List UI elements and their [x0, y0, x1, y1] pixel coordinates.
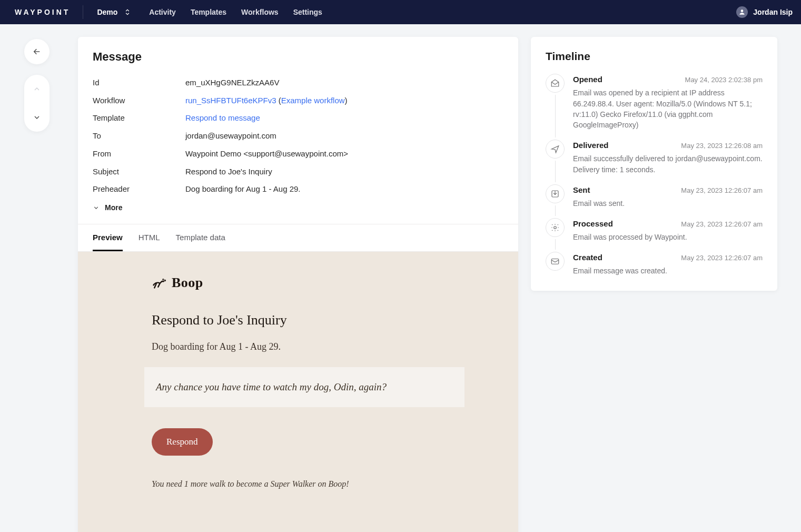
- workspace-name: Demo: [97, 7, 117, 17]
- svg-point-3: [165, 280, 165, 281]
- logo[interactable]: WAYPOINT: [15, 7, 83, 17]
- prev-button[interactable]: [24, 75, 50, 103]
- event-name: Delivered: [573, 140, 609, 151]
- timeline-event-processed: Processed May 23, 2023 12:26:07 am Email…: [546, 218, 763, 252]
- chevron-down-icon: [93, 204, 100, 211]
- meta-label: Workflow: [93, 95, 177, 106]
- meta-label: Id: [93, 77, 177, 88]
- event-desc: Email was sent.: [573, 198, 763, 209]
- email-title: Respond to Joe's Inquiry: [152, 310, 457, 330]
- dog-running-icon: [152, 275, 166, 290]
- meta-id: Id em_uXHgG9NELZkzAA6V: [93, 74, 503, 92]
- meta-workflow: Workflow run_SsHFBTUFt6eKPFv3 (Example w…: [93, 92, 503, 110]
- user-avatar-icon: [736, 6, 748, 18]
- workspace-switcher[interactable]: Demo: [94, 5, 134, 19]
- timeline-title: Timeline: [546, 48, 763, 64]
- email-brand: Boop: [152, 273, 457, 293]
- meta-label: From: [93, 148, 177, 160]
- email-preview: Boop Respond to Joe's Inquiry Dog boardi…: [78, 252, 518, 532]
- meta-label: Subject: [93, 166, 177, 178]
- meta-value: Respond to message: [185, 112, 503, 124]
- tab-preview[interactable]: Preview: [93, 224, 123, 251]
- card-title: Message: [78, 37, 518, 70]
- sent-icon: [546, 184, 565, 203]
- page: Message Id em_uXHgG9NELZkzAA6V Workflow …: [0, 24, 790, 532]
- svg-rect-7: [551, 259, 559, 264]
- tab-html[interactable]: HTML: [139, 224, 160, 251]
- event-date: May 24, 2023 2:02:38 pm: [685, 75, 763, 85]
- meta-value: jordan@usewaypoint.com: [185, 130, 503, 142]
- prev-next-pill: [24, 75, 50, 132]
- nav-workflows[interactable]: Workflows: [241, 7, 279, 17]
- timeline-event-delivered: Delivered May 23, 2023 12:26:08 am Email…: [546, 140, 763, 184]
- message-card: Message Id em_uXHgG9NELZkzAA6V Workflow …: [78, 37, 518, 532]
- next-button[interactable]: [24, 103, 50, 132]
- event-name: Processed: [573, 218, 613, 230]
- event-date: May 23, 2023 12:26:07 am: [681, 186, 763, 196]
- chevrons-up-down-icon: [124, 8, 131, 16]
- event-desc: Email was processed by Waypoint.: [573, 232, 763, 242]
- nav-activity[interactable]: Activity: [149, 7, 176, 17]
- meta-from: From Waypoint Demo <support@usewaypoint.…: [93, 145, 503, 163]
- meta-label: Preheader: [93, 183, 177, 195]
- workflow-link[interactable]: Example workflow: [281, 96, 345, 105]
- event-name: Created: [573, 252, 602, 263]
- meta-value: Dog boarding for Aug 1 - Aug 29.: [185, 183, 503, 195]
- event-name: Opened: [573, 74, 602, 85]
- email-quote: Any chance you have time to watch my dog…: [144, 367, 464, 407]
- event-desc: Email was opened by a recipient at IP ad…: [573, 87, 763, 130]
- email-subtitle: Dog boarding for Aug 1 - Aug 29.: [152, 340, 457, 353]
- nav-templates[interactable]: Templates: [191, 7, 226, 17]
- user-menu[interactable]: Jordan Isip: [736, 6, 793, 18]
- workflow-run-link[interactable]: run_SsHFBTUFt6eKPFv3: [185, 96, 276, 105]
- event-date: May 23, 2023 12:26:07 am: [681, 220, 763, 230]
- created-icon: [546, 252, 565, 271]
- meta-value: em_uXHgG9NELZkzAA6V: [185, 77, 503, 88]
- meta-preheader: Preheader Dog boarding for Aug 1 - Aug 2…: [93, 180, 503, 198]
- tab-template-data[interactable]: Template data: [176, 224, 225, 251]
- meta-value: Waypoint Demo <support@usewaypoint.com>: [185, 148, 503, 160]
- event-date: May 23, 2023 12:26:08 am: [681, 141, 763, 151]
- nav-links: Activity Templates Workflows Settings: [149, 7, 322, 17]
- svg-point-6: [554, 226, 557, 229]
- template-link[interactable]: Respond to message: [185, 113, 260, 122]
- back-button[interactable]: [24, 39, 50, 64]
- email-footer-note: You need 1 more walk to become a Super W…: [152, 478, 457, 490]
- side-nav-buttons: [8, 37, 65, 132]
- respond-button[interactable]: Respond: [152, 428, 213, 456]
- message-meta: Id em_uXHgG9NELZkzAA6V Workflow run_SsHF…: [78, 74, 518, 224]
- timeline-card: Timeline Opened May 24, 2023 2:02:38 pm …: [531, 37, 777, 291]
- content-tabs: Preview HTML Template data: [78, 224, 518, 252]
- meta-subject: Subject Respond to Joe's Inquiry: [93, 163, 503, 181]
- chevron-down-icon: [33, 113, 41, 122]
- meta-label: To: [93, 130, 177, 142]
- meta-to: To jordan@usewaypoint.com: [93, 127, 503, 145]
- timeline-event-sent: Sent May 23, 2023 12:26:07 am Email was …: [546, 184, 763, 218]
- processed-icon: [546, 218, 565, 237]
- event-name: Sent: [573, 184, 590, 196]
- user-name: Jordan Isip: [753, 7, 793, 17]
- meta-value: Respond to Joe's Inquiry: [185, 166, 503, 178]
- event-desc: Email message was created.: [573, 265, 763, 276]
- delivered-icon: [546, 140, 565, 159]
- more-toggle[interactable]: More: [93, 202, 122, 213]
- email-brand-name: Boop: [172, 273, 203, 293]
- timeline-event-created: Created May 23, 2023 12:26:07 am Email m…: [546, 252, 763, 276]
- timeline-event-opened: Opened May 24, 2023 2:02:38 pm Email was…: [546, 74, 763, 140]
- meta-value: run_SsHFBTUFt6eKPFv3 (Example workflow): [185, 95, 503, 106]
- meta-template: Template Respond to message: [93, 109, 503, 127]
- more-label: More: [105, 202, 122, 213]
- opened-icon: [546, 74, 565, 93]
- arrow-left-icon: [33, 47, 41, 56]
- svg-point-0: [741, 9, 744, 12]
- svg-point-2: [163, 280, 163, 280]
- email-body: Boop Respond to Joe's Inquiry Dog boardi…: [152, 273, 457, 490]
- event-date: May 23, 2023 12:26:07 am: [681, 253, 763, 263]
- meta-label: Template: [93, 112, 177, 124]
- top-nav: WAYPOINT Demo Activity Templates Workflo…: [0, 0, 801, 24]
- event-desc: Email successfully delivered to jordan@u…: [573, 153, 763, 175]
- nav-divider: [83, 5, 83, 19]
- nav-settings[interactable]: Settings: [293, 7, 322, 17]
- chevron-up-icon: [33, 85, 41, 93]
